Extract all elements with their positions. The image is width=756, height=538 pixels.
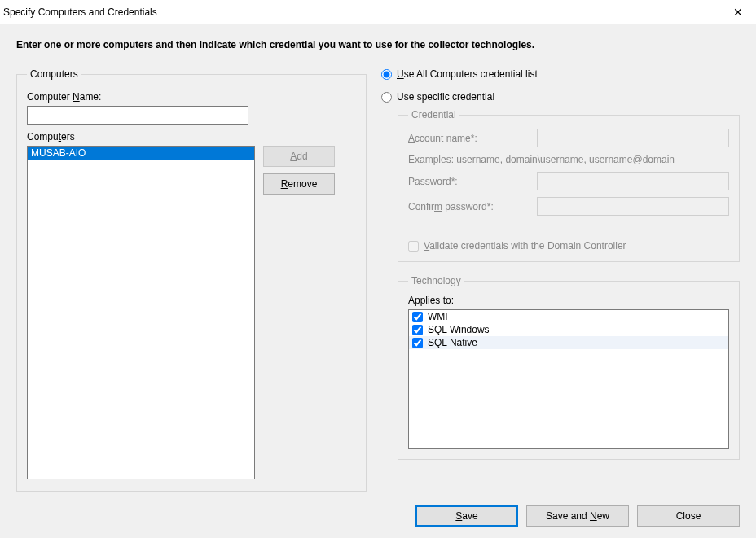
technology-list[interactable]: WMI SQL Windows SQL Native: [408, 309, 729, 449]
password-input[interactable]: [537, 172, 729, 190]
instruction-text: Enter one or more computers and then ind…: [16, 39, 740, 50]
validate-label: Validate credentials with the Domain Con…: [424, 240, 626, 252]
confirm-password-label: Confirm password*:: [408, 201, 530, 212]
tech-item-sql-native[interactable]: SQL Native: [409, 336, 728, 349]
tech-checkbox[interactable]: [412, 312, 423, 322]
radio-use-specific-label: Use specific credential: [397, 91, 494, 103]
confirm-password-input[interactable]: [537, 197, 729, 216]
close-icon[interactable]: ✕: [719, 0, 756, 24]
radio-use-all-input[interactable]: [381, 69, 392, 80]
close-button[interactable]: Close: [637, 505, 740, 527]
tech-checkbox[interactable]: [412, 338, 423, 348]
dialog-content: Enter one or more computers and then ind…: [0, 24, 756, 500]
radio-use-all-label: Use All Computers credential list: [397, 68, 538, 80]
technology-group-legend: Technology: [408, 275, 464, 286]
validate-checkbox[interactable]: [408, 241, 419, 252]
footer-buttons: Save Save and New Close: [415, 505, 740, 527]
technology-group: Technology Applies to: WMI SQL Windows S…: [398, 275, 740, 460]
radio-use-specific[interactable]: Use specific credential: [381, 91, 740, 103]
remove-button[interactable]: Remove: [263, 173, 335, 195]
computer-name-label: Computer Name:: [27, 91, 356, 103]
save-button[interactable]: Save: [415, 505, 518, 527]
tech-item-sql-windows[interactable]: SQL Windows: [409, 323, 728, 336]
computers-list-label: Computers: [27, 131, 356, 142]
computers-group-legend: Computers: [27, 68, 81, 80]
tech-checkbox[interactable]: [412, 325, 423, 335]
list-item[interactable]: MUSAB-AIO: [28, 147, 254, 160]
credential-group: Credential Account name*: Examples: user…: [398, 109, 740, 262]
save-and-new-button[interactable]: Save and New: [526, 505, 629, 527]
tech-item-label: WMI: [428, 311, 448, 322]
validate-row: Validate credentials with the Domain Con…: [408, 240, 729, 252]
tech-item-label: SQL Windows: [428, 324, 490, 335]
computers-listbox[interactable]: MUSAB-AIO: [27, 146, 255, 479]
computers-group: Computers Computer Name: Computers MUSAB…: [16, 68, 367, 492]
tech-item-wmi[interactable]: WMI: [409, 310, 728, 323]
credential-group-legend: Credential: [408, 109, 459, 120]
applies-to-label: Applies to:: [408, 295, 729, 306]
radio-use-all[interactable]: Use All Computers credential list: [381, 68, 740, 80]
add-button[interactable]: Add: [263, 146, 335, 167]
password-label: Password*:: [408, 176, 530, 187]
computer-name-input[interactable]: [27, 106, 248, 125]
tech-item-label: SQL Native: [428, 337, 477, 348]
radio-use-specific-input[interactable]: [381, 92, 392, 103]
examples-text: Examples: username, domain\username, use…: [408, 154, 729, 165]
account-name-input[interactable]: [537, 129, 729, 147]
titlebar: Specify Computers and Credentials ✕: [0, 0, 756, 24]
account-name-label: Account name*:: [408, 133, 530, 144]
window-title: Specify Computers and Credentials: [3, 7, 157, 18]
